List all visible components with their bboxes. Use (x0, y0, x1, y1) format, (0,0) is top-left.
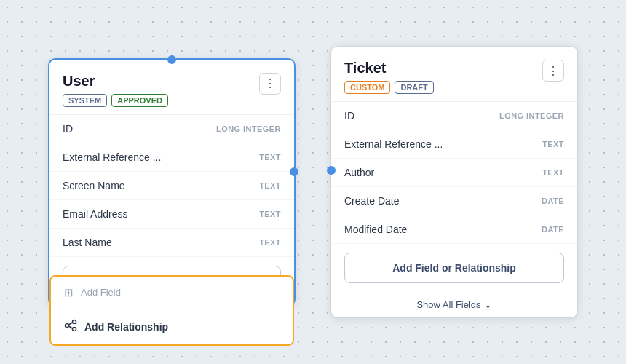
field-name: Create Date (344, 195, 399, 207)
field-name: Modified Date (344, 223, 407, 235)
add-relationship-label: Add Relationship (84, 321, 168, 333)
badge-custom: CUSTOM (344, 81, 390, 94)
table-row: Modified Date DATE (331, 215, 577, 244)
add-relationship-option[interactable]: Add Relationship (51, 309, 293, 344)
show-all-fields-button[interactable]: Show All Fields ⌄ (331, 292, 577, 317)
ticket-card-header: Ticket CUSTOM DRAFT ⋮ (331, 47, 577, 101)
field-name: ID (63, 123, 73, 135)
add-field-option[interactable]: ⊞ Add Field (51, 277, 293, 309)
field-type: TEXT (259, 238, 281, 247)
show-all-fields-label: Show All Fields (416, 299, 480, 310)
field-type: TEXT (259, 210, 281, 218)
table-row: External Reference ... TEXT (49, 143, 294, 172)
field-type: TEXT (259, 153, 281, 162)
user-card: User SYSTEM APPROVED ⋮ ID LONG INTEGER E… (48, 58, 296, 306)
field-name: Author (344, 167, 374, 178)
user-card-title-area: User SYSTEM APPROVED (63, 73, 168, 107)
field-name: ID (344, 110, 354, 122)
field-name: External Reference ... (63, 151, 161, 163)
ticket-add-field-relationship-button[interactable]: Add Field or Relationship (344, 253, 564, 283)
table-row: Last Name TEXT (49, 229, 294, 257)
chevron-down-icon: ⌄ (484, 299, 492, 310)
add-field-dropdown: ⊞ Add Field Add Relationship (49, 275, 294, 346)
field-name: External Reference ... (344, 138, 443, 150)
field-type: DATE (542, 197, 564, 205)
user-card-header: User SYSTEM APPROVED ⋮ (49, 60, 294, 114)
field-name: Last Name (63, 237, 112, 248)
svg-point-0 (66, 323, 69, 327)
ticket-card-title: Ticket (344, 60, 434, 76)
svg-line-3 (69, 323, 73, 325)
table-row: Author TEXT (331, 159, 577, 187)
user-menu-button[interactable]: ⋮ (259, 73, 281, 95)
field-type: LONG INTEGER (216, 124, 281, 133)
user-badge-row: SYSTEM APPROVED (63, 94, 168, 107)
field-name: Screen Name (63, 180, 125, 191)
table-row: External Reference ... TEXT (331, 130, 577, 159)
svg-point-2 (73, 327, 76, 331)
connector-dot-top (167, 55, 176, 64)
user-card-title: User (63, 73, 168, 90)
svg-point-1 (73, 320, 76, 323)
badge-draft: DRAFT (395, 81, 433, 94)
field-name: Email Address (63, 208, 127, 220)
field-type: DATE (542, 225, 564, 234)
field-type: TEXT (542, 168, 564, 177)
svg-line-4 (69, 326, 73, 328)
ticket-card: Ticket CUSTOM DRAFT ⋮ ID LONG INTEGER Ex… (330, 46, 578, 318)
table-row: Screen Name TEXT (49, 172, 294, 200)
ticket-badge-row: CUSTOM DRAFT (344, 81, 434, 94)
field-type: TEXT (259, 181, 281, 190)
add-field-icon: ⊞ (64, 286, 74, 299)
table-row: Create Date DATE (331, 187, 577, 215)
ticket-card-title-area: Ticket CUSTOM DRAFT (344, 60, 434, 94)
field-type: TEXT (542, 140, 564, 149)
table-row: ID LONG INTEGER (331, 102, 577, 130)
table-row: ID LONG INTEGER (49, 115, 294, 143)
field-type: LONG INTEGER (499, 111, 564, 120)
badge-system: SYSTEM (63, 94, 107, 107)
relationship-icon (64, 319, 77, 335)
ticket-menu-button[interactable]: ⋮ (542, 60, 564, 82)
table-row: Email Address TEXT (49, 200, 294, 229)
add-field-label: Add Field (81, 287, 121, 298)
connector-dot-left (327, 166, 336, 175)
badge-approved: APPROVED (111, 94, 168, 107)
connector-dot-right (290, 167, 298, 176)
